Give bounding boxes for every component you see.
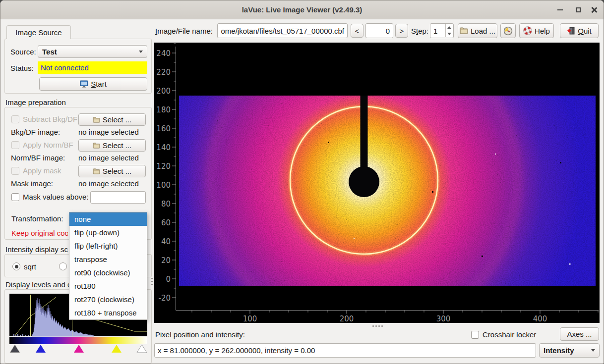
popup-item-rot90[interactable]: rot90 (clockwise) [69,266,147,279]
svg-text:0: 0 [166,275,171,284]
start-label: Start [91,80,107,88]
spin-down-icon [447,33,451,35]
popup-item-none[interactable]: none [69,212,147,226]
window-title: laVue: Live Image Viewer (v2.49.3) [0,0,604,19]
bkg-image-label: Bkg/DF image: [11,128,60,136]
select-bkg-button[interactable]: Select ... [78,113,146,126]
step-spin-arrows[interactable] [445,24,453,37]
level-marker-blue[interactable] [36,345,46,353]
minimize-button[interactable] [550,0,569,19]
apply-norm-checkbox[interactable] [11,141,19,149]
svg-text:160: 160 [156,124,171,133]
svg-text:400: 400 [533,314,547,323]
axes-button[interactable]: Axes ... [560,327,599,341]
image-plot[interactable]: -20020406080100120140160180200220240 100… [154,43,600,323]
close-button[interactable] [585,0,604,19]
prev-image-button[interactable]: < [351,24,363,38]
help-lifesaver-icon [523,26,532,35]
beamstop [349,166,379,197]
step-label: Step: [411,27,428,35]
svg-text:120: 120 [156,162,171,171]
close-icon [591,7,597,13]
subtract-bkg-checkbox[interactable] [11,115,19,123]
transformation-label: Transformation: [11,214,63,223]
svg-text:100: 100 [156,181,171,190]
pixel-position-label: Pixel position and intensity: [155,330,245,339]
folder-icon [93,117,100,123]
reload-timer-button[interactable] [500,23,516,38]
mask-image-value: no image selected [78,179,139,188]
folder-icon [93,168,100,174]
svg-text:20: 20 [161,256,171,265]
svg-text:80: 80 [161,200,171,208]
popup-item-rot180-transpose[interactable]: rot180 + transpose [69,306,147,319]
svg-text:200: 200 [156,87,171,96]
file-name-input[interactable]: ome/jkotan/files/tst_05717_00000.cbf [217,23,348,38]
tab-image-source[interactable]: Image Source [6,25,71,39]
quit-button[interactable]: Quit [560,23,599,38]
display-levels-title: Display levels and c [5,280,69,289]
svg-text:300: 300 [436,314,451,323]
source-label: Source: [10,48,36,56]
folder-icon [93,143,100,149]
sqrt-radio-label: sqrt [24,262,36,271]
status-value-field: Not connected [38,61,147,74]
crosshair-locker-checkbox[interactable] [471,331,479,339]
select-mask-button[interactable]: Select ... [78,165,146,177]
svg-text:60: 60 [161,218,171,227]
file-name-label: Image/File name: [155,27,213,35]
step-spinbox[interactable]: 1 [430,23,454,38]
crosshair-locker-label: Crosshair locker [483,330,536,339]
level-marker-yellow[interactable] [112,345,121,353]
norm-image-value: no image selected [78,154,139,162]
horizontal-splitter-handle[interactable] [372,325,374,327]
sqrt-radio[interactable] [12,262,20,270]
quit-label: Quit [578,27,592,35]
level-marker-black[interactable] [10,345,20,353]
popup-item-rot270[interactable]: rot270 (clockwise) [69,293,147,306]
level-marker-magenta[interactable] [74,345,84,353]
mask-values-checkbox[interactable] [11,193,19,201]
select-norm-button[interactable]: Select ... [78,139,146,152]
vertical-splitter-handle[interactable] [151,278,153,279]
popup-item-rot180[interactable]: rot180 [69,279,147,293]
linear-radio[interactable] [59,262,67,270]
spin-up-icon [447,26,451,29]
mask-image-label: Mask image: [11,179,53,188]
popup-item-flip-left-right[interactable]: flip (left-right) [69,239,147,253]
source-combobox[interactable]: Test [38,45,147,58]
clock-icon [503,26,513,36]
popup-item-flip-up-down[interactable]: flip (up-down) [69,226,147,239]
chevron-down-icon [591,349,595,352]
transformation-dropdown-popup: none flip (up-down) flip (left-right) tr… [69,212,147,320]
display-mode-combobox[interactable]: Intensity [539,343,600,358]
svg-text:200: 200 [340,314,354,323]
load-button[interactable]: Load ... [458,23,497,38]
svg-text:240: 240 [156,49,171,58]
mask-values-input[interactable] [90,191,146,204]
chevron-down-icon [139,51,143,53]
maximize-icon [576,7,581,12]
folder-icon [460,27,468,34]
apply-norm-label: Apply Norm/BF [23,141,73,149]
image-index-input[interactable]: 0 [365,23,393,38]
help-button[interactable]: Help [519,23,554,38]
svg-text:40: 40 [161,237,171,246]
svg-text:140: 140 [156,143,171,152]
exit-door-icon [567,27,575,35]
minimize-icon [557,9,563,10]
popup-item-transpose[interactable]: transpose [69,253,147,266]
colormap-gradient-bar[interactable] [9,337,147,344]
norm-image-label: Norm/BF image: [11,154,65,162]
level-marker-white[interactable] [137,345,147,353]
svg-text:220: 220 [156,68,171,77]
status-label: Status: [10,64,34,72]
next-image-button[interactable]: > [395,24,408,38]
start-button[interactable]: Start [39,77,147,91]
pixel-position-input[interactable]: x = 81.000000, y = 262.000000, intensity… [154,343,536,358]
svg-text:180: 180 [156,105,171,114]
svg-text:100: 100 [243,314,257,323]
titlebar[interactable]: laVue: Live Image Viewer (v2.49.3) [0,0,604,19]
bkg-image-value: no image selected [78,128,139,136]
apply-mask-checkbox[interactable] [11,167,19,175]
